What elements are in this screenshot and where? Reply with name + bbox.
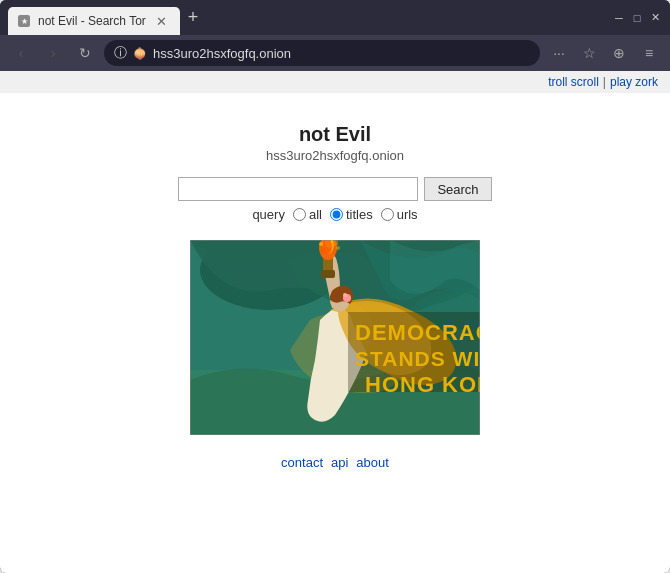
- svg-point-12: [336, 246, 340, 250]
- onion-icon: 🧅: [133, 47, 147, 60]
- filter-all-radio[interactable]: [293, 208, 306, 221]
- new-tab-button[interactable]: +: [180, 7, 207, 28]
- filter-titles-label[interactable]: titles: [330, 207, 373, 222]
- tab-close-button[interactable]: ✕: [154, 13, 170, 29]
- address-bar[interactable]: ⓘ 🧅 hss3uro2hsxfogfq.onion: [104, 40, 540, 66]
- back-button[interactable]: ‹: [8, 40, 34, 66]
- svg-point-10: [332, 240, 338, 246]
- nav-bar: ‹ › ↻ ⓘ 🧅 hss3uro2hsxfogfq.onion ··· ☆ ⊕…: [0, 35, 670, 71]
- troll-scroll-link[interactable]: troll scroll: [548, 75, 599, 89]
- close-button[interactable]: ✕: [648, 11, 662, 25]
- tab-bar: ★ not Evil - Search Tor ✕ +: [8, 0, 604, 35]
- bookmark-bar: troll scroll | play zork: [0, 71, 670, 93]
- menu-button[interactable]: ≡: [636, 40, 662, 66]
- filter-titles-radio[interactable]: [330, 208, 343, 221]
- bookmark-separator: |: [603, 75, 606, 89]
- page-content: not Evil hss3uro2hsxfogfq.onion Search q…: [0, 93, 670, 573]
- filter-all-label[interactable]: all: [293, 207, 322, 222]
- maximize-button[interactable]: □: [630, 11, 644, 25]
- bookmark-star-button[interactable]: ☆: [576, 40, 602, 66]
- browser-window: ★ not Evil - Search Tor ✕ + ─ □ ✕ ‹ › ↻ …: [0, 0, 670, 573]
- svg-rect-5: [321, 270, 335, 278]
- play-zork-link[interactable]: play zork: [610, 75, 658, 89]
- poster-image: DEMOCRACY STANDS WITH HONG KONG: [190, 240, 480, 435]
- svg-point-15: [343, 293, 347, 297]
- nav-right-controls: ··· ☆ ⊕ ≡: [546, 40, 662, 66]
- svg-text:DEMOCRACY: DEMOCRACY: [355, 320, 480, 345]
- search-input[interactable]: [178, 177, 418, 201]
- active-tab[interactable]: ★ not Evil - Search Tor ✕: [8, 7, 180, 35]
- refresh-button[interactable]: ↻: [72, 40, 98, 66]
- title-bar: ★ not Evil - Search Tor ✕ + ─ □ ✕: [0, 0, 670, 35]
- svg-point-11: [319, 242, 323, 246]
- filter-row: query all titles urls: [252, 207, 417, 222]
- svg-text:STANDS WITH: STANDS WITH: [355, 347, 480, 370]
- address-text: hss3uro2hsxfogfq.onion: [153, 46, 530, 61]
- site-title: not Evil: [299, 123, 371, 146]
- shield-button[interactable]: ⊕: [606, 40, 632, 66]
- forward-button[interactable]: ›: [40, 40, 66, 66]
- window-controls: ─ □ ✕: [612, 11, 662, 25]
- tab-title: not Evil - Search Tor: [38, 14, 146, 28]
- minimize-button[interactable]: ─: [612, 11, 626, 25]
- site-subtitle: hss3uro2hsxfogfq.onion: [266, 148, 404, 163]
- api-link[interactable]: api: [331, 455, 348, 470]
- filter-urls-label[interactable]: urls: [381, 207, 418, 222]
- filter-urls-radio[interactable]: [381, 208, 394, 221]
- info-icon: ⓘ: [114, 44, 127, 62]
- search-row: Search: [178, 177, 491, 201]
- about-link[interactable]: about: [356, 455, 389, 470]
- page-inner: not Evil hss3uro2hsxfogfq.onion Search q…: [0, 93, 670, 490]
- contact-link[interactable]: contact: [281, 455, 323, 470]
- filter-query-label: query: [252, 207, 285, 222]
- more-button[interactable]: ···: [546, 40, 572, 66]
- svg-text:HONG KONG: HONG KONG: [365, 372, 480, 397]
- search-button[interactable]: Search: [424, 177, 491, 201]
- page-footer: contact api about: [281, 435, 389, 490]
- tab-favicon: ★: [18, 15, 30, 27]
